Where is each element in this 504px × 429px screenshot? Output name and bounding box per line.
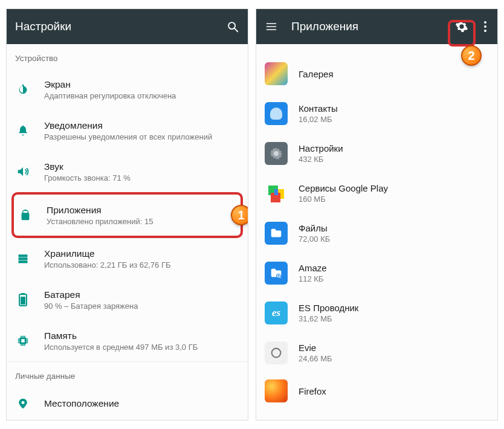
bell-icon <box>15 123 31 138</box>
evie-icon <box>265 341 288 364</box>
app-row-settings[interactable]: Настройки 432 КБ <box>256 134 497 173</box>
firefox-icon <box>265 379 288 402</box>
menu-icon[interactable] <box>265 20 278 33</box>
svg-marker-35 <box>274 189 278 195</box>
apps-list[interactable]: Галерея Контакты 16,02 МБ Настройки 432 … <box>256 44 497 420</box>
svg-rect-11 <box>21 339 25 343</box>
svg-point-28 <box>484 21 486 24</box>
app-row-evie[interactable]: Evie 24,66 МБ <box>256 333 497 373</box>
settings-row-memory[interactable]: Память Используется в среднем 497 МБ из … <box>7 320 248 361</box>
svg-point-29 <box>484 25 486 28</box>
battery-icon <box>15 292 31 308</box>
app-name: Контакты <box>299 103 488 114</box>
row-subtitle: Установлено приложений: 15 <box>47 217 237 226</box>
row-subtitle: Разрешены уведомления от всех приложений <box>44 132 239 141</box>
app-size: 31,62 МБ <box>299 314 488 323</box>
row-subtitle: Использовано: 2,21 ГБ из 62,76 ГБ <box>44 260 239 269</box>
app-size: 112 КБ <box>299 274 488 283</box>
app-size: 160 МБ <box>299 195 488 204</box>
app-size: 16,02 МБ <box>299 115 488 124</box>
row-title: Местоположение <box>44 398 239 409</box>
svg-point-0 <box>228 22 235 29</box>
svg-point-30 <box>484 30 486 32</box>
app-name: Firefox <box>299 386 488 396</box>
svg-rect-5 <box>19 257 28 260</box>
apps-title: Приложения <box>291 20 442 33</box>
row-title: Уведомления <box>44 120 239 131</box>
app-name: Evie <box>299 343 488 353</box>
row-title: Память <box>44 331 239 341</box>
app-row-firefox[interactable]: Firefox <box>256 373 497 404</box>
row-subtitle: 90 % – Батарея заряжена <box>44 302 239 311</box>
gallery-icon <box>265 62 288 85</box>
location-icon <box>15 396 31 411</box>
play-services-icon <box>265 182 288 205</box>
section-device: Устройство <box>7 44 248 69</box>
settings-screen: Настройки Устройство Экран Адаптивная ре… <box>6 8 248 421</box>
contacts-icon <box>265 102 288 125</box>
settings-row-location[interactable]: Местоположение <box>7 387 248 416</box>
settings-row-battery[interactable]: Батарея 90 % – Батарея заряжена <box>7 279 248 320</box>
app-row-amaze[interactable]: Amaze 112 КБ <box>256 253 497 293</box>
settings-row-apps[interactable]: Приложения Установлено приложений: 15 <box>14 195 241 236</box>
apps-icon <box>18 207 33 223</box>
app-row-gallery[interactable]: Галерея <box>256 54 497 94</box>
row-subtitle: Адаптивная регулировка отключена <box>44 91 239 100</box>
step-badge-2: 2 <box>461 45 482 66</box>
section-personal: Личные данные <box>7 361 248 387</box>
app-size: 72,00 КБ <box>299 234 488 244</box>
svg-point-24 <box>22 401 25 404</box>
app-name: Amaze <box>299 263 488 273</box>
svg-point-2 <box>23 211 24 213</box>
app-name: Галерея <box>299 69 488 79</box>
svg-line-38 <box>280 277 281 279</box>
app-name: Сервисы Google Play <box>299 183 488 193</box>
settings-row-sound[interactable]: Звук Громкость звонка: 71 % <box>7 151 248 192</box>
app-name: Настройки <box>299 143 488 153</box>
svg-rect-4 <box>19 254 28 257</box>
svg-rect-6 <box>19 260 28 263</box>
step-badge-1: 1 <box>231 205 248 225</box>
gear-icon[interactable] <box>455 20 468 33</box>
app-row-contacts[interactable]: Контакты 16,02 МБ <box>256 94 497 134</box>
files-icon <box>265 222 288 245</box>
es-explorer-icon: es <box>265 302 288 324</box>
settings-app-icon <box>265 142 288 165</box>
row-title: Экран <box>44 79 239 90</box>
row-title: Звук <box>44 161 239 172</box>
row-subtitle: Используется в среднем 497 МБ из 3,0 ГБ <box>44 343 239 352</box>
storage-icon <box>15 251 31 266</box>
sound-icon <box>15 164 31 179</box>
memory-icon <box>15 333 31 349</box>
app-row-play-services[interactable]: Сервисы Google Play 160 МБ <box>256 173 497 213</box>
app-name: ES Проводник <box>299 303 488 313</box>
row-title: Батарея <box>44 289 239 300</box>
search-icon[interactable] <box>226 20 239 33</box>
row-title: Хранилище <box>44 248 239 259</box>
settings-row-storage[interactable]: Хранилище Использовано: 2,21 ГБ из 62,76… <box>7 238 248 279</box>
step1-highlight: Приложения Установлено приложений: 15 <box>11 192 243 238</box>
app-row-files[interactable]: Файлы 72,00 КБ <box>256 213 497 253</box>
apps-appbar: Приложения <box>256 9 497 44</box>
svg-point-39 <box>272 349 281 358</box>
svg-point-3 <box>27 211 28 213</box>
amaze-icon <box>265 262 288 285</box>
svg-rect-9 <box>21 297 25 305</box>
svg-line-1 <box>234 28 237 31</box>
dual-screenshot-container: Настройки Устройство Экран Адаптивная ре… <box>0 0 504 429</box>
apps-screen: Приложения 2 Галерея Контакты 16,02 <box>256 8 498 421</box>
settings-appbar: Настройки <box>7 9 248 44</box>
more-icon[interactable] <box>482 20 489 33</box>
settings-content[interactable]: Устройство Экран Адаптивная регулировка … <box>7 44 248 420</box>
display-icon <box>15 82 31 97</box>
settings-row-notifications[interactable]: Уведомления Разрешены уведомления от все… <box>7 110 248 151</box>
row-title: Приложения <box>47 205 237 216</box>
app-name: Файлы <box>299 223 488 233</box>
app-size: 24,66 МБ <box>299 354 488 363</box>
row-subtitle: Громкость звонка: 71 % <box>44 173 239 182</box>
app-row-es-explorer[interactable]: es ES Проводник 31,62 МБ <box>256 293 497 333</box>
app-size: 432 КБ <box>299 155 488 164</box>
settings-row-display[interactable]: Экран Адаптивная регулировка отключена <box>7 69 248 110</box>
settings-title: Настройки <box>15 20 213 33</box>
